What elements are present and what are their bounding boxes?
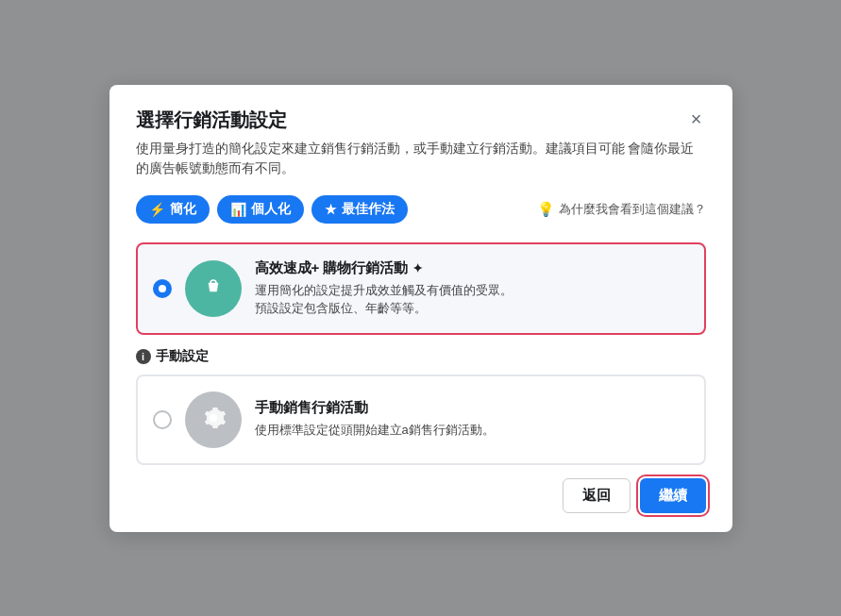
sparkle-icon: ✦ [412, 261, 423, 275]
bag-icon [196, 270, 230, 308]
modal-title: 選擇行銷活動設定 [136, 108, 287, 133]
gear-icon-circle [185, 391, 242, 448]
shopping-bag-icon-circle [185, 260, 242, 317]
modal-subtitle: 使用量身打造的簡化設定來建立銷售行銷活動，或手動建立行銷活動。建議項目可能 會隨… [136, 139, 706, 178]
radio-recommended[interactable] [153, 279, 172, 298]
modal-header: 選擇行銷活動設定 × [136, 108, 706, 133]
back-button[interactable]: 返回 [563, 478, 631, 513]
continue-button[interactable]: 繼續 [640, 478, 706, 513]
modal-container: 選擇行銷活動設定 × 使用量身打造的簡化設定來建立銷售行銷活動，或手動建立行銷活… [109, 85, 732, 532]
svg-point-2 [214, 291, 216, 293]
info-icon: i [136, 349, 151, 364]
recommended-option-text: 高效速成+ 購物行銷活動 ✦ 運用簡化的設定提升成效並觸及有價值的受眾。 預設設… [255, 259, 513, 318]
lightning-icon: ⚡ [149, 202, 165, 217]
chart-icon: 📊 [230, 202, 246, 217]
manual-option-text: 手動銷售行銷活動 使用標準設定從頭開始建立a銷售行銷活動。 [255, 399, 495, 440]
tabs-row: ⚡ 簡化 📊 個人化 ★ 最佳作法 💡 為什麼我會看到這個建議？ [136, 195, 706, 224]
tab-personalized[interactable]: 📊 個人化 [217, 195, 304, 224]
manual-description: 使用標準設定從頭開始建立a銷售行銷活動。 [255, 421, 495, 440]
close-button[interactable]: × [687, 108, 706, 130]
tab-simplified[interactable]: ⚡ 簡化 [136, 195, 210, 224]
star-icon: ★ [325, 202, 337, 217]
option-card-recommended[interactable]: 高效速成+ 購物行銷活動 ✦ 運用簡化的設定提升成效並觸及有價值的受眾。 預設設… [136, 242, 706, 335]
radio-manual[interactable] [153, 410, 172, 429]
recommended-description: 運用簡化的設定提升成效並觸及有價值的受眾。 預設設定包含版位、年齡等等。 [255, 281, 513, 318]
manual-section-label: i 手動設定 [136, 348, 706, 365]
gear-icon [198, 403, 228, 437]
why-link[interactable]: 💡 為什麼我會看到這個建議？ [537, 201, 706, 218]
manual-title: 手動銷售行銷活動 [255, 399, 495, 417]
radio-inner-recommended [159, 285, 166, 292]
bulb-icon: 💡 [537, 201, 555, 218]
tab-best-practice[interactable]: ★ 最佳作法 [311, 195, 408, 224]
modal-overlay: 選擇行銷活動設定 × 使用量身打造的簡化設定來建立銷售行銷活動，或手動建立行銷活… [0, 0, 841, 616]
option-card-manual[interactable]: 手動銷售行銷活動 使用標準設定從頭開始建立a銷售行銷活動。 [136, 375, 706, 465]
footer-row: 返回 繼續 [136, 478, 706, 513]
recommended-title: 高效速成+ 購物行銷活動 ✦ [255, 259, 513, 277]
svg-point-1 [210, 291, 211, 293]
